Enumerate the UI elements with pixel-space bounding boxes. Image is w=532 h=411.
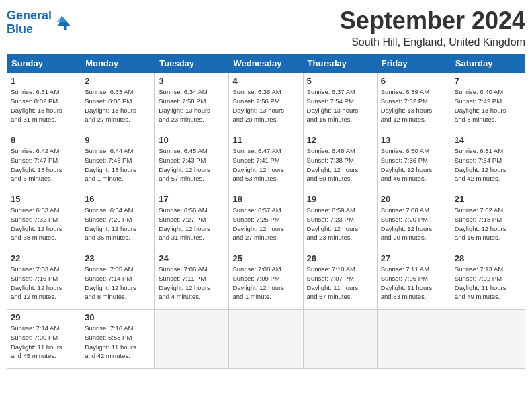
day-number: 29 bbox=[11, 312, 77, 322]
day-info: Sunrise: 7:16 AM Sunset: 6:58 PM Dayligh… bbox=[85, 324, 151, 361]
day-info: Sunrise: 6:56 AM Sunset: 7:27 PM Dayligh… bbox=[159, 205, 225, 242]
day-info: Sunrise: 6:53 AM Sunset: 7:32 PM Dayligh… bbox=[11, 205, 77, 242]
calendar-day-cell: 6Sunrise: 6:39 AM Sunset: 7:52 PM Daylig… bbox=[377, 73, 451, 132]
day-number: 14 bbox=[455, 135, 521, 145]
day-info: Sunrise: 7:02 AM Sunset: 7:18 PM Dayligh… bbox=[455, 205, 521, 242]
day-info: Sunrise: 6:31 AM Sunset: 8:02 PM Dayligh… bbox=[11, 87, 77, 124]
calendar-day-cell: 8Sunrise: 6:42 AM Sunset: 7:47 PM Daylig… bbox=[7, 132, 81, 191]
day-info: Sunrise: 7:03 AM Sunset: 7:16 PM Dayligh… bbox=[11, 265, 77, 302]
calendar-day-cell: 9Sunrise: 6:44 AM Sunset: 7:45 PM Daylig… bbox=[81, 132, 155, 191]
weekday-header: Wednesday bbox=[229, 54, 303, 73]
calendar-day-cell: 20Sunrise: 7:00 AM Sunset: 7:20 PM Dayli… bbox=[377, 191, 451, 250]
calendar-day-cell: 28Sunrise: 7:13 AM Sunset: 7:02 PM Dayli… bbox=[451, 250, 525, 310]
calendar-week-row: 8Sunrise: 6:42 AM Sunset: 7:47 PM Daylig… bbox=[7, 132, 525, 191]
calendar-day-cell: 21Sunrise: 7:02 AM Sunset: 7:18 PM Dayli… bbox=[451, 191, 525, 250]
day-info: Sunrise: 7:14 AM Sunset: 7:00 PM Dayligh… bbox=[11, 324, 77, 361]
weekday-header: Monday bbox=[81, 54, 155, 73]
calendar-day-cell: 4Sunrise: 6:36 AM Sunset: 7:56 PM Daylig… bbox=[229, 73, 303, 132]
day-number: 5 bbox=[307, 76, 373, 86]
day-number: 20 bbox=[381, 194, 447, 204]
calendar-day-cell: 5Sunrise: 6:37 AM Sunset: 7:54 PM Daylig… bbox=[303, 73, 377, 132]
day-info: Sunrise: 7:00 AM Sunset: 7:20 PM Dayligh… bbox=[381, 205, 447, 242]
day-info: Sunrise: 6:50 AM Sunset: 7:36 PM Dayligh… bbox=[381, 146, 447, 183]
calendar-day-cell: 1Sunrise: 6:31 AM Sunset: 8:02 PM Daylig… bbox=[7, 73, 81, 132]
calendar-day-cell: 25Sunrise: 7:08 AM Sunset: 7:09 PM Dayli… bbox=[229, 250, 303, 310]
day-number: 16 bbox=[85, 194, 151, 204]
weekday-header: Sunday bbox=[7, 54, 81, 73]
calendar-day-cell: 23Sunrise: 7:05 AM Sunset: 7:14 PM Dayli… bbox=[81, 250, 155, 310]
calendar-day-cell: 16Sunrise: 6:54 AM Sunset: 7:29 PM Dayli… bbox=[81, 191, 155, 250]
day-number: 1 bbox=[11, 76, 77, 86]
day-number: 19 bbox=[307, 194, 373, 204]
day-info: Sunrise: 6:37 AM Sunset: 7:54 PM Dayligh… bbox=[307, 87, 373, 124]
calendar-subtitle: South Hill, England, United Kingdom bbox=[340, 36, 525, 48]
day-number: 3 bbox=[159, 76, 225, 86]
calendar-day-cell: 2Sunrise: 6:33 AM Sunset: 8:00 PM Daylig… bbox=[81, 73, 155, 132]
calendar-day-cell: 17Sunrise: 6:56 AM Sunset: 7:27 PM Dayli… bbox=[155, 191, 229, 250]
calendar-day-cell bbox=[229, 310, 303, 369]
weekday-header: Thursday bbox=[303, 54, 377, 73]
calendar-day-cell bbox=[377, 310, 451, 369]
day-number: 13 bbox=[381, 135, 447, 145]
day-number: 8 bbox=[11, 135, 77, 145]
day-number: 23 bbox=[85, 253, 151, 263]
day-number: 22 bbox=[11, 253, 77, 263]
day-number: 12 bbox=[307, 135, 373, 145]
day-info: Sunrise: 6:42 AM Sunset: 7:47 PM Dayligh… bbox=[11, 146, 77, 183]
day-info: Sunrise: 6:45 AM Sunset: 7:43 PM Dayligh… bbox=[159, 146, 225, 183]
day-number: 6 bbox=[381, 76, 447, 86]
calendar-day-cell: 26Sunrise: 7:10 AM Sunset: 7:07 PM Dayli… bbox=[303, 250, 377, 310]
calendar-day-cell: 7Sunrise: 6:40 AM Sunset: 7:49 PM Daylig… bbox=[451, 73, 525, 132]
day-info: Sunrise: 6:33 AM Sunset: 8:00 PM Dayligh… bbox=[85, 87, 151, 124]
day-number: 7 bbox=[455, 76, 521, 86]
logo-icon bbox=[53, 13, 72, 32]
calendar-table: SundayMondayTuesdayWednesdayThursdayFrid… bbox=[7, 54, 525, 369]
day-info: Sunrise: 6:36 AM Sunset: 7:56 PM Dayligh… bbox=[232, 87, 299, 124]
calendar-day-cell: 30Sunrise: 7:16 AM Sunset: 6:58 PM Dayli… bbox=[81, 310, 155, 369]
day-number: 4 bbox=[232, 76, 299, 86]
day-info: Sunrise: 6:51 AM Sunset: 7:34 PM Dayligh… bbox=[455, 146, 521, 183]
day-info: Sunrise: 6:48 AM Sunset: 7:38 PM Dayligh… bbox=[307, 146, 373, 183]
day-info: Sunrise: 6:40 AM Sunset: 7:49 PM Dayligh… bbox=[455, 87, 521, 124]
day-info: Sunrise: 7:10 AM Sunset: 7:07 PM Dayligh… bbox=[307, 265, 373, 302]
calendar-week-row: 1Sunrise: 6:31 AM Sunset: 8:02 PM Daylig… bbox=[7, 73, 525, 132]
day-number: 28 bbox=[455, 253, 521, 263]
calendar-day-cell: 24Sunrise: 7:06 AM Sunset: 7:11 PM Dayli… bbox=[155, 250, 229, 310]
calendar-day-cell: 13Sunrise: 6:50 AM Sunset: 7:36 PM Dayli… bbox=[377, 132, 451, 191]
day-number: 27 bbox=[381, 253, 447, 263]
weekday-header: Friday bbox=[377, 54, 451, 73]
day-info: Sunrise: 6:57 AM Sunset: 7:25 PM Dayligh… bbox=[232, 205, 299, 242]
calendar-week-row: 22Sunrise: 7:03 AM Sunset: 7:16 PM Dayli… bbox=[7, 250, 525, 310]
day-info: Sunrise: 6:54 AM Sunset: 7:29 PM Dayligh… bbox=[85, 205, 151, 242]
logo-text: General Blue bbox=[7, 9, 52, 36]
svg-marker-1 bbox=[57, 16, 67, 22]
calendar-day-cell: 18Sunrise: 6:57 AM Sunset: 7:25 PM Dayli… bbox=[229, 191, 303, 250]
calendar-day-cell: 27Sunrise: 7:11 AM Sunset: 7:05 PM Dayli… bbox=[377, 250, 451, 310]
calendar-week-row: 29Sunrise: 7:14 AM Sunset: 7:00 PM Dayli… bbox=[7, 310, 525, 369]
calendar-day-cell: 14Sunrise: 6:51 AM Sunset: 7:34 PM Dayli… bbox=[451, 132, 525, 191]
calendar-day-cell: 19Sunrise: 6:59 AM Sunset: 7:23 PM Dayli… bbox=[303, 191, 377, 250]
calendar-day-cell bbox=[155, 310, 229, 369]
calendar-week-row: 15Sunrise: 6:53 AM Sunset: 7:32 PM Dayli… bbox=[7, 191, 525, 250]
day-number: 21 bbox=[455, 194, 521, 204]
calendar-day-cell: 29Sunrise: 7:14 AM Sunset: 7:00 PM Dayli… bbox=[7, 310, 81, 369]
day-info: Sunrise: 7:05 AM Sunset: 7:14 PM Dayligh… bbox=[85, 265, 151, 302]
day-number: 2 bbox=[85, 76, 151, 86]
day-number: 18 bbox=[232, 194, 299, 204]
calendar-day-cell bbox=[451, 310, 525, 369]
day-info: Sunrise: 6:59 AM Sunset: 7:23 PM Dayligh… bbox=[307, 205, 373, 242]
day-number: 15 bbox=[11, 194, 77, 204]
day-number: 24 bbox=[159, 253, 225, 263]
header: General Blue September 2024 South Hill, … bbox=[7, 7, 525, 48]
day-number: 17 bbox=[159, 194, 225, 204]
calendar-title: September 2024 bbox=[340, 7, 525, 35]
day-number: 25 bbox=[232, 253, 299, 263]
day-number: 26 bbox=[307, 253, 373, 263]
weekday-header-row: SundayMondayTuesdayWednesdayThursdayFrid… bbox=[7, 54, 525, 73]
svg-marker-0 bbox=[58, 16, 71, 30]
calendar-day-cell: 22Sunrise: 7:03 AM Sunset: 7:16 PM Dayli… bbox=[7, 250, 81, 310]
day-info: Sunrise: 7:06 AM Sunset: 7:11 PM Dayligh… bbox=[159, 265, 225, 302]
day-info: Sunrise: 6:39 AM Sunset: 7:52 PM Dayligh… bbox=[381, 87, 447, 124]
day-info: Sunrise: 7:11 AM Sunset: 7:05 PM Dayligh… bbox=[381, 265, 447, 302]
day-info: Sunrise: 6:47 AM Sunset: 7:41 PM Dayligh… bbox=[232, 146, 299, 183]
